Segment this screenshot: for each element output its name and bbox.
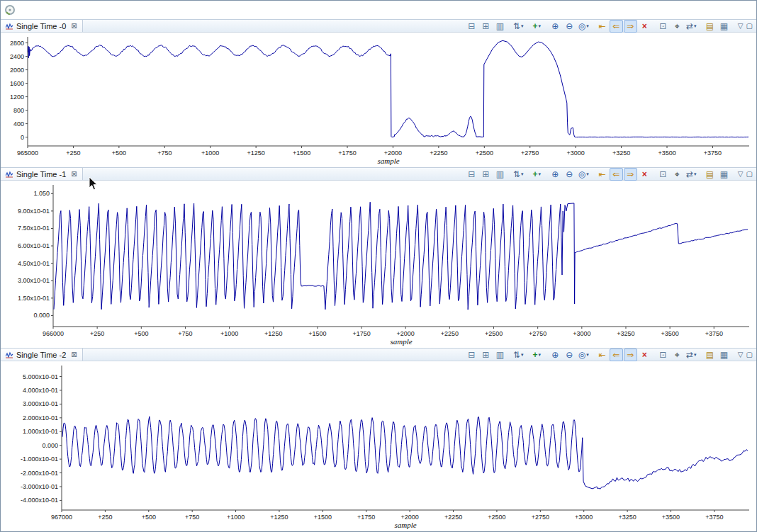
export-table-icon[interactable]: ⊡: [656, 168, 670, 181]
grid-layout-icon[interactable]: ▦: [717, 349, 731, 361]
grid-layout-icon[interactable]: ▦: [717, 168, 731, 181]
pan-left-icon[interactable]: ⇐: [610, 168, 623, 181]
tab-title: Single Time -0: [16, 22, 66, 30]
dropdown-caret-icon[interactable]: ▾: [521, 352, 524, 357]
dropdown-caret-icon[interactable]: ▾: [694, 23, 697, 28]
close-tab-icon[interactable]: ⊠: [71, 22, 77, 30]
pan-left-icon: ⇐: [612, 22, 619, 30]
fit-columns-icon: ⊞: [482, 22, 489, 30]
waveform-chart[interactable]: 965000+250+500+750+1000+1250+1500+1750+2…: [1, 33, 756, 167]
zoom-in-icon[interactable]: ⊕: [549, 20, 562, 33]
zoom-out-icon[interactable]: ⊖: [563, 20, 576, 33]
add-signal-icon[interactable]: +▾: [530, 20, 544, 33]
grid-layout-icon[interactable]: ▦: [717, 20, 731, 33]
pan-right-icon[interactable]: ⇒: [624, 20, 637, 33]
report-icon[interactable]: ▤: [703, 168, 717, 181]
value-column-icon[interactable]: ▥: [493, 168, 507, 181]
sort-icon[interactable]: ⇅▾: [512, 20, 525, 33]
view-menu-icon[interactable]: ▽: [738, 170, 744, 178]
maximize-view-icon[interactable]: ▢: [746, 170, 753, 178]
search-icon[interactable]: ⌖: [671, 349, 684, 361]
x-tick-label: +2500: [476, 149, 493, 157]
chart-single-time-0[interactable]: 965000+250+500+750+1000+1250+1500+1750+2…: [1, 33, 756, 167]
add-signal-icon[interactable]: +▾: [530, 168, 544, 181]
x-tick-label: 965000: [17, 149, 38, 157]
pan-left-icon[interactable]: ⇐: [610, 349, 623, 361]
close-tab-icon[interactable]: ⊠: [71, 170, 77, 178]
row-height-icon[interactable]: ⊟: [465, 168, 478, 181]
chart-single-time-1[interactable]: 966000+250+500+750+1000+1250+1500+1750+2…: [1, 181, 756, 348]
dropdown-caret-icon[interactable]: ▾: [586, 352, 589, 357]
dropdown-caret-icon[interactable]: ▾: [539, 352, 542, 357]
tab-single-time-1[interactable]: Single Time -1 ⊠: [1, 168, 83, 180]
zoom-in-icon[interactable]: ⊕: [549, 168, 562, 181]
view-controls: ▽▢: [738, 351, 754, 358]
sync-time-icon[interactable]: ⇄▾: [685, 20, 698, 33]
y-tick-label: 1200: [10, 94, 24, 101]
dropdown-caret-icon[interactable]: ▾: [521, 171, 524, 176]
delete-signal-icon[interactable]: ×: [638, 20, 651, 33]
search-icon[interactable]: ⌖: [671, 168, 684, 181]
report-icon[interactable]: ▤: [703, 20, 717, 33]
pan-right-icon[interactable]: ⇒: [624, 349, 637, 361]
waveform-chart[interactable]: 966000+250+500+750+1000+1250+1500+1750+2…: [1, 181, 756, 348]
jump-start-icon[interactable]: ⇤: [595, 349, 609, 361]
export-table-icon[interactable]: ⊡: [656, 20, 670, 33]
grid-layout-icon: ▦: [720, 22, 728, 30]
chart-single-time-2[interactable]: 967000+250+500+750+1000+1250+1500+1750+2…: [1, 361, 756, 531]
pan-right-icon: ⇒: [627, 170, 634, 179]
add-signal-icon: +: [533, 170, 538, 179]
waveform-tab-icon: [6, 171, 13, 178]
dropdown-caret-icon[interactable]: ▾: [586, 171, 589, 176]
dropdown-caret-icon[interactable]: ▾: [694, 171, 697, 176]
search-icon[interactable]: ⌖: [671, 20, 684, 33]
jump-start-icon[interactable]: ⇤: [595, 168, 609, 181]
sort-icon[interactable]: ⇅▾: [512, 168, 525, 181]
fit-columns-icon[interactable]: ⊞: [479, 349, 493, 361]
view-menu-icon[interactable]: ▽: [738, 22, 744, 30]
x-tick-label: +3750: [705, 514, 723, 521]
dropdown-caret-icon[interactable]: ▾: [539, 171, 542, 176]
view-menu-icon[interactable]: ▽: [738, 351, 744, 358]
view-controls: ▽▢: [738, 22, 754, 30]
report-icon[interactable]: ▤: [703, 349, 717, 361]
sort-icon[interactable]: ⇅▾: [512, 349, 525, 361]
delete-signal-icon[interactable]: ×: [638, 349, 651, 361]
row-height-icon[interactable]: ⊟: [465, 20, 478, 33]
panel-single-time-1: Single Time -1 ⊠ ⊟⊞▥⇅▾+▾⊕⊖◎▾⇤⇐⇒×⊡⌖⇄▾▤▦▽▢…: [1, 167, 756, 348]
zoom-selection-icon: ◎: [578, 351, 585, 359]
zoom-selection-icon[interactable]: ◎▾: [577, 20, 590, 33]
waveform-chart[interactable]: 967000+250+500+750+1000+1250+1500+1750+2…: [1, 361, 756, 531]
sync-time-icon[interactable]: ⇄▾: [685, 349, 698, 361]
tab-single-time-0[interactable]: Single Time -0 ⊠: [1, 20, 83, 32]
row-height-icon[interactable]: ⊟: [465, 349, 478, 361]
sync-time-icon[interactable]: ⇄▾: [685, 168, 698, 181]
export-table-icon: ⊡: [659, 170, 666, 179]
value-column-icon: ▥: [496, 351, 504, 359]
dropdown-caret-icon[interactable]: ▾: [521, 23, 524, 28]
delete-signal-icon[interactable]: ×: [638, 168, 651, 181]
fit-columns-icon[interactable]: ⊞: [479, 20, 493, 33]
value-column-icon[interactable]: ▥: [493, 349, 507, 361]
pan-left-icon[interactable]: ⇐: [610, 20, 623, 33]
add-signal-icon[interactable]: +▾: [530, 349, 544, 361]
maximize-view-icon[interactable]: ▢: [746, 22, 753, 30]
export-table-icon[interactable]: ⊡: [656, 349, 670, 361]
jump-start-icon[interactable]: ⇤: [595, 20, 609, 33]
zoom-selection-icon[interactable]: ◎▾: [577, 168, 590, 181]
dropdown-caret-icon[interactable]: ▾: [539, 23, 542, 28]
grid-layout-icon: ▦: [720, 351, 728, 359]
tab-single-time-2[interactable]: Single Time -2 ⊠: [1, 349, 83, 361]
dropdown-caret-icon[interactable]: ▾: [694, 352, 697, 357]
value-column-icon[interactable]: ▥: [493, 20, 507, 33]
maximize-view-icon[interactable]: ▢: [746, 351, 753, 358]
zoom-selection-icon[interactable]: ◎▾: [577, 349, 590, 361]
fit-columns-icon[interactable]: ⊞: [479, 168, 493, 181]
zoom-in-icon[interactable]: ⊕: [549, 349, 562, 361]
zoom-out-icon[interactable]: ⊖: [563, 349, 576, 361]
close-tab-icon[interactable]: ⊠: [71, 351, 77, 358]
zoom-out-icon[interactable]: ⊖: [563, 168, 576, 181]
pan-right-icon[interactable]: ⇒: [624, 168, 637, 181]
dropdown-caret-icon[interactable]: ▾: [586, 23, 589, 28]
sync-time-icon: ⇄: [686, 22, 693, 30]
